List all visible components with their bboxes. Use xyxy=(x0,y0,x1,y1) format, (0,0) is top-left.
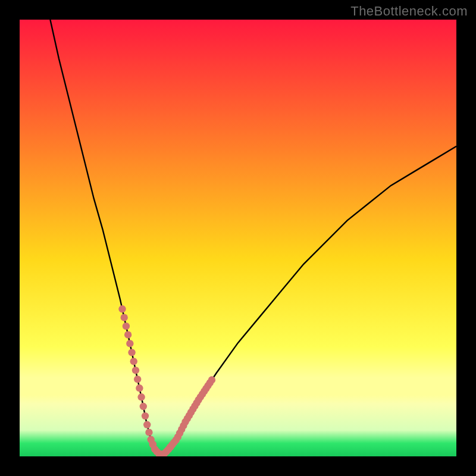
curve-marker-dot xyxy=(128,349,135,356)
curve-marker-dot xyxy=(140,403,147,410)
gradient-panel xyxy=(20,20,456,456)
curve-marker-dot xyxy=(208,376,215,383)
watermark-text: TheBottleneck.com xyxy=(350,4,468,19)
bottleneck-chart xyxy=(0,0,476,476)
curve-marker-dot xyxy=(132,367,139,374)
curve-marker-dot xyxy=(121,314,128,321)
curve-marker-dot xyxy=(142,412,149,419)
curve-marker-dot xyxy=(130,358,137,365)
curve-marker-dot xyxy=(126,340,133,347)
curve-marker-dot xyxy=(118,305,126,312)
curve-marker-dot xyxy=(145,428,152,436)
chart-stage: TheBottleneck.com xyxy=(0,0,476,476)
curve-marker-dot xyxy=(134,375,141,383)
curve-marker-dot xyxy=(123,322,130,330)
curve-marker-dot xyxy=(143,421,151,428)
curve-marker-dot xyxy=(124,331,131,338)
curve-marker-dot xyxy=(136,384,143,392)
curve-marker-dot xyxy=(137,393,145,400)
